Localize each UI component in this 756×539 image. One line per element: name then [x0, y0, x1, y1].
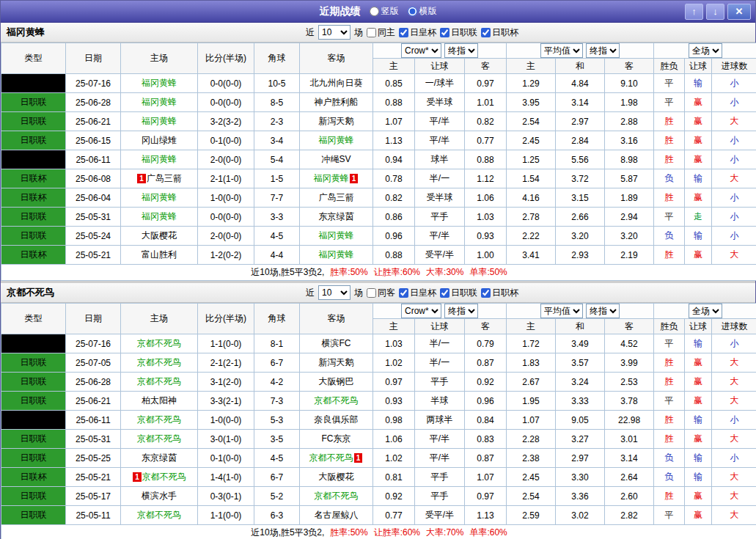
summary-cell: 近10场,胜5平3负2,胜率:50%让胜率:60%大率:30%单率:50%: [1, 265, 756, 281]
odds-value: 22.98: [605, 411, 654, 430]
cup-filter-option[interactable]: 日职联: [440, 287, 477, 299]
odds-value: 3.41: [507, 246, 556, 265]
cup-filter-option[interactable]: 日皇杯: [399, 287, 436, 299]
cup-filter-checkbox[interactable]: [399, 288, 408, 298]
goals-outcome: 小: [712, 411, 756, 430]
handicap-source-select[interactable]: Crow*: [401, 304, 441, 318]
europe-source-select[interactable]: 终指: [586, 304, 620, 318]
odds-value: 半球: [415, 392, 465, 411]
team-link: 新泻天鹅: [319, 357, 354, 367]
odds-value: 1.95: [507, 392, 556, 411]
same-venue-option[interactable]: 同主: [367, 26, 395, 39]
away-team: 京都不死鸟: [300, 392, 373, 411]
team-link: 京都不死鸟: [315, 491, 359, 501]
away-team: 名古屋鲸八: [300, 506, 373, 525]
score: 0-0(0-0): [198, 208, 254, 227]
cup-filter-option[interactable]: 日职杯: [481, 287, 518, 299]
same-venue-option[interactable]: 同客: [367, 287, 395, 299]
cup-filter-label: 日职杯: [492, 287, 518, 299]
away-team: 新泻天鹅: [300, 112, 373, 131]
handicap-odds-header: Crow*终指: [373, 43, 507, 59]
competition-type: 日联杯: [1, 188, 66, 208]
handicap-source-select[interactable]: 终指: [444, 304, 478, 318]
match-date: 25-05-21: [66, 468, 121, 487]
handicap-outcome: 赢: [685, 487, 712, 506]
same-venue-checkbox[interactable]: [367, 28, 376, 37]
scroll-down-button[interactable]: ↓: [706, 4, 724, 20]
odds-value: 2.93: [556, 246, 605, 265]
handicap-source-select[interactable]: 终指: [444, 43, 478, 58]
corner-score: 5-4: [254, 150, 300, 169]
cup-filter-checkbox[interactable]: [481, 28, 491, 37]
team-link: 福冈黄蜂: [142, 78, 177, 88]
cup-filter-checkbox[interactable]: [440, 28, 449, 37]
home-team: 大阪樱花: [121, 227, 198, 246]
home-team: 福冈黄蜂: [121, 188, 198, 208]
cup-filter-checkbox[interactable]: [440, 288, 449, 298]
odds-value: 1.07: [373, 112, 415, 131]
layout-option-vertical[interactable]: 竖版: [370, 5, 399, 18]
score: 2-0(0-0): [198, 150, 254, 169]
handicap-outcome: 赢: [685, 112, 712, 131]
odds-value: 0.82: [465, 112, 507, 131]
corner-score: 3-5: [254, 430, 300, 449]
table-head: 类型日期主场比分(半场)角球客场Crow*终指平均值终指全场主让球客主和客胜负让…: [1, 304, 756, 334]
cup-filter-option[interactable]: 日皇杯: [399, 26, 436, 39]
corner-score: 7-3: [254, 392, 300, 411]
cup-filter-checkbox[interactable]: [481, 288, 491, 298]
team-link: 福冈黄蜂: [142, 116, 177, 126]
odds-value: 3.27: [556, 430, 605, 449]
cup-filter-option[interactable]: 日职联: [440, 26, 477, 39]
team-link: 冈山绿雉: [142, 135, 177, 145]
odds-value: 1.00: [465, 246, 507, 265]
corner-score: 6-7: [254, 353, 300, 373]
layout-option-horizontal[interactable]: 横版: [408, 5, 437, 18]
handicap-source-select[interactable]: Crow*: [401, 43, 441, 58]
goals-outcome: 小: [712, 334, 756, 353]
titlebar-center: 近期战绩 竖版 横版: [320, 5, 437, 18]
cup-filter-option[interactable]: 日职杯: [481, 26, 518, 39]
summary-stat: 胜率:50%: [330, 267, 367, 277]
odds-value: 1.06: [465, 188, 507, 208]
odds-value: 2.59: [507, 506, 556, 525]
vertical-layout-radio[interactable]: [370, 7, 379, 16]
team-link: 福冈黄蜂: [319, 135, 354, 145]
home-team: 横滨水手: [121, 487, 198, 506]
competition-type: 日联杯: [1, 468, 66, 487]
same-venue-checkbox[interactable]: [367, 288, 376, 298]
goals-outcome: 小: [712, 227, 756, 246]
handicap-outcome: 赢: [685, 373, 712, 392]
horizontal-layout-radio[interactable]: [408, 7, 417, 16]
handicap-odds-header: Crow*终指: [373, 304, 507, 319]
odds-value: 5.56: [556, 150, 605, 169]
goals-outcome: 大: [712, 506, 756, 525]
scope-select[interactable]: 全场: [689, 304, 722, 318]
handicap-outcome: 赢: [685, 93, 712, 112]
europe-source-select[interactable]: 终指: [586, 43, 620, 58]
odds-value: 球半: [415, 150, 465, 169]
scope-select[interactable]: 全场: [689, 43, 722, 58]
same-venue-label: 同客: [378, 287, 395, 299]
summary-stat: 单率:50%: [469, 267, 507, 277]
cup-filter-label: 日职杯: [492, 26, 518, 39]
header-row-1: 类型日期主场比分(半场)角球客场Crow*终指平均值终指全场: [1, 304, 756, 319]
recent-count-select[interactable]: 10: [318, 25, 351, 40]
handicap-outcome: 赢: [685, 353, 712, 373]
europe-source-select[interactable]: 平均值: [540, 43, 583, 58]
cup-filter-checkbox[interactable]: [399, 28, 408, 37]
scroll-up-button[interactable]: ↑: [685, 4, 703, 20]
corner-score: 8-5: [254, 93, 300, 112]
odds-value: 3.01: [605, 430, 654, 449]
odds-value: 平手: [415, 468, 465, 487]
close-button[interactable]: ✕: [727, 4, 751, 20]
europe-source-select[interactable]: 平均值: [540, 304, 583, 318]
recent-count-select[interactable]: 10: [318, 285, 351, 300]
results-table: 类型日期主场比分(半场)角球客场Crow*终指平均值终指全场主让球客主和客胜负让…: [1, 43, 756, 281]
match-date: 25-05-31: [66, 430, 121, 449]
odds-value: 受半球: [415, 93, 465, 112]
summary-stat: 让胜率:60%: [374, 267, 420, 277]
summary-stat: 单率:60%: [469, 527, 507, 538]
match-date: 25-06-21: [66, 112, 121, 131]
handicap-outcome: 赢: [685, 392, 712, 411]
match-date: 25-06-28: [66, 93, 121, 112]
